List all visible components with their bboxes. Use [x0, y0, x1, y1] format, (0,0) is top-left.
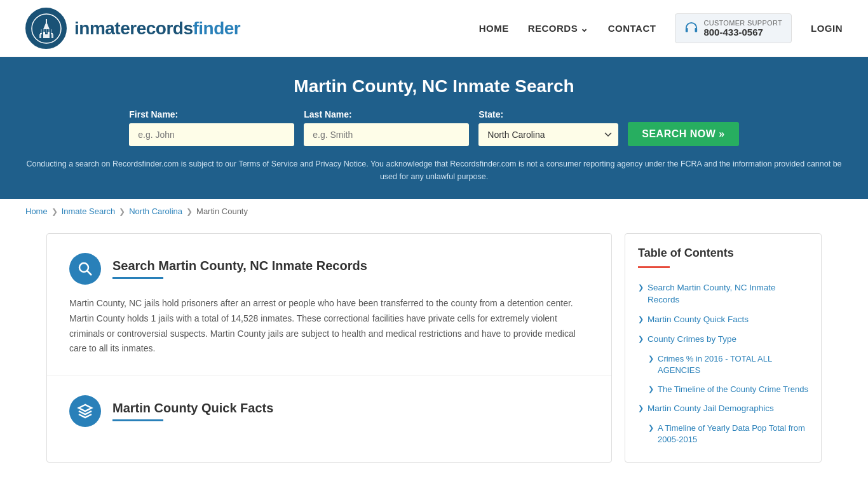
toc-link-5[interactable]: The Timeline of the County Crime Trends [658, 384, 808, 395]
section-title-1: Search Martin County, NC Inmate Records [112, 259, 589, 273]
first-name-input[interactable] [129, 123, 294, 146]
headset-icon [684, 22, 698, 36]
last-name-group: Last Name: [304, 109, 469, 146]
toc-item-5[interactable]: ❯ The Timeline of the County Crime Trend… [648, 380, 808, 399]
toc-chevron-5: ❯ [648, 385, 654, 393]
first-name-group: First Name: [129, 109, 294, 146]
toc-chevron-6: ❯ [638, 404, 644, 412]
breadcrumb-sep-1: ❯ [51, 207, 58, 216]
toc-chevron-7: ❯ [648, 424, 654, 432]
breadcrumb-current: Martin County [196, 207, 248, 216]
last-name-label: Last Name: [304, 109, 351, 119]
quick-facts-section: Martin County Quick Facts [47, 376, 611, 458]
breadcrumb-sep-3: ❯ [186, 207, 193, 216]
svg-rect-7 [42, 32, 43, 34]
breadcrumb-sep-2: ❯ [119, 207, 125, 216]
search-form: First Name: Last Name: State: North Caro… [25, 109, 843, 146]
section-header-2: Martin County Quick Facts [69, 395, 589, 427]
main-container: Search Martin County, NC Inmate Records … [21, 224, 847, 472]
section-title-2: Martin County Quick Facts [112, 401, 589, 416]
svg-rect-4 [46, 19, 47, 23]
nav-contact[interactable]: CONTACT [608, 23, 656, 34]
nav-home[interactable]: HOME [479, 23, 509, 34]
toc-sub-group-2: ❯ A Timeline of Yearly Data Pop Total fr… [638, 419, 808, 449]
svg-rect-8 [50, 32, 51, 34]
toc-divider [638, 266, 670, 268]
toc-chevron-4: ❯ [648, 355, 654, 363]
support-phone: 800-433-0567 [703, 27, 782, 37]
last-name-input[interactable] [304, 123, 469, 146]
toc-item-7[interactable]: ❯ A Timeline of Yearly Data Pop Total fr… [648, 419, 808, 449]
svg-rect-16 [695, 28, 698, 32]
svg-rect-5 [39, 34, 41, 38]
site-header: inmaterecordsfinder HOME RECORDS ⌄ CONTA… [0, 0, 868, 57]
chevron-down-icon: ⌄ [580, 23, 589, 34]
toc-link-7[interactable]: A Timeline of Yearly Data Pop Total from… [658, 423, 808, 445]
logo-text: inmaterecordsfinder [74, 18, 240, 39]
toc-link-4[interactable]: Crimes % in 2016 - TOTAL ALL AGENCIES [658, 353, 808, 376]
toc-item-4[interactable]: ❯ Crimes % in 2016 - TOTAL ALL AGENCIES [648, 349, 808, 380]
svg-rect-6 [51, 34, 53, 38]
hero-disclaimer: Conducting a search on Recordsfinder.com… [25, 158, 843, 183]
breadcrumb-home[interactable]: Home [25, 207, 48, 216]
toc-item-1[interactable]: ❯ Search Martin County, NC Inmate Record… [638, 278, 808, 310]
state-label: State: [478, 109, 503, 119]
hero-banner: Martin County, NC Inmate Search First Na… [0, 57, 868, 199]
toc-item-2[interactable]: ❯ Martin County Quick Facts [638, 310, 808, 330]
support-label: CUSTOMER SUPPORT [703, 19, 782, 27]
inmate-records-body: Martin County, NC jails hold prisoners a… [69, 296, 589, 356]
toc-link-6[interactable]: Martin County Jail Demographics [648, 403, 774, 415]
logo-icon [25, 8, 67, 49]
search-now-button[interactable]: SEARCH NOW » [628, 122, 738, 146]
first-name-label: First Name: [129, 109, 178, 119]
section-title-underline-2 [112, 419, 163, 421]
state-select[interactable]: North Carolina Alabama Alaska California… [478, 123, 618, 146]
breadcrumb-state[interactable]: North Carolina [129, 207, 182, 216]
sidebar: Table of Contents ❯ Search Martin County… [625, 233, 822, 463]
toc-item-6[interactable]: ❯ Martin County Jail Demographics [638, 399, 808, 419]
svg-line-18 [87, 271, 92, 275]
breadcrumb: Home ❯ Inmate Search ❯ North Carolina ❯ … [0, 199, 868, 224]
main-nav: HOME RECORDS ⌄ CONTACT CUSTOMER SUPPORT … [479, 13, 843, 43]
nav-records[interactable]: RECORDS ⌄ [528, 23, 589, 34]
toc-link-3[interactable]: County Crimes by Type [648, 334, 736, 346]
toc-title: Table of Contents [638, 247, 808, 260]
toc-box: Table of Contents ❯ Search Martin County… [625, 233, 822, 463]
hero-title: Martin County, NC Inmate Search [25, 76, 843, 97]
content-left: Search Martin County, NC Inmate Records … [46, 233, 612, 463]
breadcrumb-inmate-search[interactable]: Inmate Search [62, 207, 116, 216]
toc-chevron-2: ❯ [638, 315, 644, 323]
login-button[interactable]: LOGIN [811, 23, 843, 34]
customer-support-box: CUSTOMER SUPPORT 800-433-0567 [675, 13, 792, 43]
toc-link-2[interactable]: Martin County Quick Facts [648, 314, 749, 326]
search-section-icon [69, 253, 101, 285]
logo-area[interactable]: inmaterecordsfinder [25, 8, 240, 49]
section-title-underline-1 [112, 277, 163, 279]
inmate-records-section: Search Martin County, NC Inmate Records … [47, 234, 611, 376]
facts-section-icon [69, 395, 101, 427]
toc-sub-group: ❯ Crimes % in 2016 - TOTAL ALL AGENCIES … [638, 349, 808, 400]
toc-chevron-3: ❯ [638, 335, 644, 343]
svg-point-17 [79, 263, 88, 272]
svg-rect-15 [686, 28, 688, 32]
toc-chevron-1: ❯ [638, 283, 644, 292]
section-header-1: Search Martin County, NC Inmate Records [69, 253, 589, 285]
toc-link-1[interactable]: Search Martin County, NC Inmate Records [648, 282, 808, 306]
toc-item-3[interactable]: ❯ County Crimes by Type [638, 330, 808, 349]
state-group: State: North Carolina Alabama Alaska Cal… [478, 109, 618, 146]
